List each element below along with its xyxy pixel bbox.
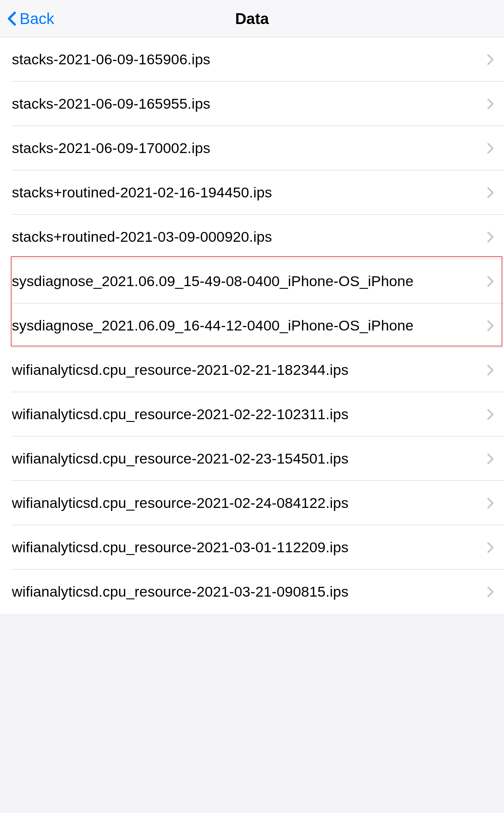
chevron-right-icon — [487, 231, 494, 243]
chevron-right-icon — [487, 364, 494, 376]
list-item[interactable]: sysdiagnose_2021.06.09_16-44-12-0400_iPh… — [0, 303, 504, 348]
list-item-label: stacks+routined-2021-02-16-194450.ips — [12, 184, 487, 201]
list-item-label: stacks-2021-06-09-165906.ips — [12, 51, 487, 68]
list-item[interactable]: wifianalyticsd.cpu_resource-2021-02-22-1… — [0, 392, 504, 436]
chevron-right-icon — [487, 542, 494, 553]
chevron-right-icon — [487, 453, 494, 465]
chevron-left-icon — [7, 10, 17, 27]
list-item-label: wifianalyticsd.cpu_resource-2021-02-21-1… — [12, 362, 487, 378]
list-item-label: wifianalyticsd.cpu_resource-2021-02-23-1… — [12, 450, 487, 467]
nav-bar: Back Data — [0, 0, 504, 37]
list-item[interactable]: stacks-2021-06-09-165955.ips — [0, 82, 504, 126]
list-item[interactable]: wifianalyticsd.cpu_resource-2021-02-24-0… — [0, 481, 504, 525]
list-item-label: stacks-2021-06-09-165955.ips — [12, 95, 487, 112]
list-item-label: wifianalyticsd.cpu_resource-2021-02-24-0… — [12, 495, 487, 511]
list-item[interactable]: wifianalyticsd.cpu_resource-2021-03-21-0… — [0, 570, 504, 614]
chevron-right-icon — [487, 320, 494, 331]
list-item[interactable]: wifianalyticsd.cpu_resource-2021-02-23-1… — [0, 436, 504, 481]
file-list: stacks-2021-06-09-165906.ipsstacks-2021-… — [0, 37, 504, 614]
chevron-right-icon — [487, 54, 494, 65]
list-item-label: wifianalyticsd.cpu_resource-2021-02-22-1… — [12, 406, 487, 423]
list-item[interactable]: sysdiagnose_2021.06.09_15-49-08-0400_iPh… — [0, 259, 504, 303]
list-item-label: wifianalyticsd.cpu_resource-2021-03-01-1… — [12, 539, 487, 556]
chevron-right-icon — [487, 497, 494, 509]
list-item-label: wifianalyticsd.cpu_resource-2021-03-21-0… — [12, 583, 487, 600]
list-item[interactable]: stacks-2021-06-09-170002.ips — [0, 126, 504, 170]
chevron-right-icon — [487, 98, 494, 110]
list-item-label: sysdiagnose_2021.06.09_15-49-08-0400_iPh… — [12, 273, 487, 290]
page-title: Data — [235, 9, 269, 28]
list-item[interactable]: wifianalyticsd.cpu_resource-2021-03-01-1… — [0, 525, 504, 570]
list-item[interactable]: stacks-2021-06-09-165906.ips — [0, 37, 504, 82]
back-button[interactable]: Back — [7, 9, 54, 28]
chevron-right-icon — [487, 409, 494, 420]
chevron-right-icon — [487, 143, 494, 154]
list-item[interactable]: stacks+routined-2021-03-09-000920.ips — [0, 215, 504, 259]
chevron-right-icon — [487, 276, 494, 287]
list-item-label: stacks-2021-06-09-170002.ips — [12, 140, 487, 156]
chevron-right-icon — [487, 586, 494, 598]
list-item[interactable]: wifianalyticsd.cpu_resource-2021-02-21-1… — [0, 348, 504, 392]
back-label: Back — [20, 9, 54, 28]
list-item[interactable]: stacks+routined-2021-02-16-194450.ips — [0, 170, 504, 215]
list-item-label: sysdiagnose_2021.06.09_16-44-12-0400_iPh… — [12, 317, 487, 334]
chevron-right-icon — [487, 187, 494, 198]
list-item-label: stacks+routined-2021-03-09-000920.ips — [12, 229, 487, 245]
